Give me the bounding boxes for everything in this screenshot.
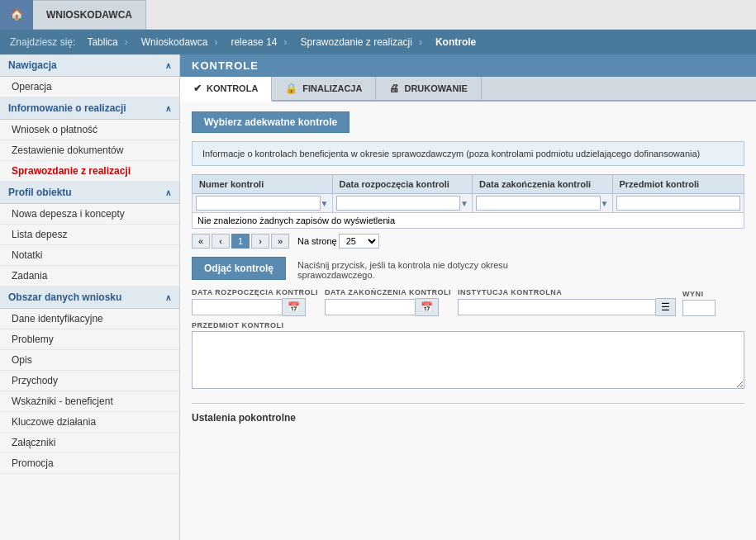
odejac-section: Odjąć kontrolę Naciśnij przycisk, jeśli …: [192, 257, 744, 280]
pagination: « ‹ 1 › » Na stronę 25 10 50 100: [192, 234, 744, 249]
tab-drukowanie[interactable]: 🖨 DRUKOWANIE: [376, 77, 481, 100]
filter-data-zak-btn[interactable]: ▼: [601, 199, 609, 208]
input-data-zakonczenia[interactable]: [325, 299, 416, 315]
input-wyniki[interactable]: [682, 300, 716, 316]
check-icon: ✔: [193, 83, 202, 94]
label-data-zakonczenia: DATA ZAKOŃCZENIA KONTROLI: [325, 288, 451, 296]
controls-table: Numer kontroli Data rozpoczęcia kontroli…: [192, 174, 744, 229]
input-wrap-instytucja: ☰: [458, 298, 676, 316]
input-instytucja[interactable]: [458, 299, 656, 315]
sidebar-item-operacja[interactable]: Operacja: [0, 77, 179, 97]
page-current-button[interactable]: 1: [231, 234, 250, 249]
label-przedmiot: PRZEDMIOT KONTROLI: [192, 321, 744, 329]
main-layout: Nawigacja ∧ Operacja Informowanie o real…: [0, 54, 756, 540]
filter-numer-btn[interactable]: ▼: [321, 199, 329, 208]
sidebar-item-lista-depesz[interactable]: Lista depesz: [0, 225, 179, 245]
field-data-rozpoczecia: DATA ROZPOCZĘCIA KONTROLI 📅: [192, 288, 318, 316]
filter-data-rozp: ▼: [332, 194, 473, 213]
input-wrap-data-zak: 📅: [325, 298, 451, 316]
home-icon: 🏠: [10, 8, 24, 21]
sidebar-item-zadania[interactable]: Zadania: [0, 266, 179, 287]
breadcrumb-kontrole[interactable]: Kontrole: [429, 36, 489, 48]
content-body: Wybierz adekwatne kontrole Informacje o …: [180, 102, 756, 433]
label-data-rozpoczecia: DATA ROZPOCZĘCIA KONTROLI: [192, 288, 318, 296]
field-wyniki: WYNI: [682, 290, 716, 316]
wnioskodawca-button[interactable]: WNIOSKODAWCA: [33, 0, 146, 30]
odejac-kontrole-button[interactable]: Odjąć kontrolę: [192, 257, 286, 280]
chevron-up-icon: ∧: [165, 61, 171, 70]
top-bar: 🏠 WNIOSKODAWCA: [0, 0, 756, 30]
breadcrumb-tablica[interactable]: Tablica: [80, 36, 134, 48]
col-numer-kontroli: Numer kontroli: [193, 175, 333, 194]
col-data-rozpoczecia: Data rozpoczęcia kontroli: [332, 175, 473, 194]
sidebar: Nawigacja ∧ Operacja Informowanie o real…: [0, 54, 180, 540]
chevron-up-icon-4: ∧: [165, 293, 171, 302]
breadcrumb: Znajdziesz się: Tablica Wnioskodawca rel…: [0, 30, 756, 54]
odejac-note: Naciśnij przycisk, jeśli ta kontrola nie…: [297, 257, 587, 280]
sidebar-section-profil[interactable]: Profil obiektu ∧: [0, 182, 179, 204]
sidebar-item-wniosek[interactable]: Wniosek o płatność: [0, 120, 179, 140]
sidebar-item-przychody[interactable]: Przychody: [0, 371, 179, 391]
form-grid: DATA ROZPOCZĘCIA KONTROLI 📅 DATA ZAKOŃCZ…: [192, 288, 744, 316]
sidebar-item-notatki[interactable]: Notatki: [0, 245, 179, 266]
sidebar-item-opis[interactable]: Opis: [0, 350, 179, 371]
sidebar-section-nawigacja[interactable]: Nawigacja ∧: [0, 54, 179, 77]
sidebar-item-promocja[interactable]: Promocja: [0, 453, 179, 474]
field-data-zakonczenia: DATA ZAKOŃCZENIA KONTROLI 📅: [325, 288, 451, 316]
lock-icon: 🔒: [285, 83, 297, 94]
input-data-rozpoczecia[interactable]: [192, 299, 283, 315]
breadcrumb-release[interactable]: release 14: [224, 36, 293, 48]
chevron-up-icon-3: ∧: [165, 188, 171, 197]
breadcrumb-wnioskodawca[interactable]: Wnioskodawca: [135, 36, 225, 48]
tab-kontrola[interactable]: ✔ KONTROLA: [180, 77, 272, 102]
breadcrumb-prefix: Znajdziesz się:: [10, 36, 75, 48]
sidebar-item-wskazniki[interactable]: Wskaźniki - beneficjent: [0, 391, 179, 412]
filter-numer: ▼: [193, 194, 333, 213]
label-wyniki: WYNI: [682, 290, 716, 298]
textarea-przedmiot[interactable]: [192, 331, 744, 389]
filter-numer-input[interactable]: [196, 196, 321, 211]
filter-data-zak-input[interactable]: [476, 196, 601, 211]
page-prev-button[interactable]: ‹: [212, 234, 230, 249]
tab-finalizacja[interactable]: 🔒 FINALIZACJA: [272, 77, 376, 100]
sidebar-item-sprawozdanie[interactable]: Sprawozdanie z realizacji: [0, 161, 179, 182]
przedmiot-section: PRZEDMIOT KONTROLI: [192, 321, 744, 391]
no-records: Nie znaleziono żadnych zapisów do wyświe…: [193, 213, 744, 229]
calendar-icon-zak[interactable]: 📅: [416, 298, 439, 316]
sidebar-section-informowanie[interactable]: Informowanie o realizacji ∧: [0, 97, 179, 120]
filter-data-rozp-btn[interactable]: ▼: [460, 199, 468, 208]
home-button[interactable]: 🏠: [0, 0, 33, 30]
input-wrap-wyniki: [682, 300, 716, 316]
page-next-button[interactable]: ›: [251, 234, 269, 249]
page-first-button[interactable]: «: [192, 234, 210, 249]
tab-bar: ✔ KONTROLA 🔒 FINALIZACJA 🖨 DRUKOWANIE: [180, 77, 756, 102]
chevron-up-icon-2: ∧: [165, 104, 171, 113]
ustalenia-header: Ustalenia pokontrolne: [192, 403, 744, 424]
col-przedmiot: Przedmiot kontroli: [612, 175, 744, 194]
content-area: KONTROLE ✔ KONTROLA 🔒 FINALIZACJA 🖨 DRUK…: [180, 54, 756, 540]
info-box: Informacje o kontrolach beneficjenta w o…: [192, 141, 744, 166]
sidebar-item-zestawienie[interactable]: Zestawienie dokumentów: [0, 140, 179, 161]
page-last-button[interactable]: »: [271, 234, 289, 249]
sidebar-item-zalaczniki[interactable]: Załączniki: [0, 433, 179, 453]
filter-data-rozp-input[interactable]: [336, 196, 461, 211]
per-page-select[interactable]: 25 10 50 100: [339, 234, 379, 249]
calendar-icon-rozp[interactable]: 📅: [283, 298, 306, 316]
sidebar-item-problemy[interactable]: Problemy: [0, 329, 179, 350]
page-title: KONTROLE: [180, 54, 756, 77]
filter-data-zak: ▼: [473, 194, 613, 213]
list-icon-instytucja[interactable]: ☰: [656, 298, 676, 316]
sidebar-item-dane-identyfikacyjne[interactable]: Dane identyfikacyjne: [0, 309, 179, 329]
sidebar-item-kluczowe[interactable]: Kluczowe działania: [0, 412, 179, 433]
sidebar-item-nowa-depesza[interactable]: Nowa depesza i koncepty: [0, 204, 179, 225]
na-strone-label: Na stronę: [297, 236, 337, 246]
field-instytucja: INSTYTUCJA KONTROLNA ☰: [458, 288, 676, 316]
label-instytucja: INSTYTUCJA KONTROLNA: [458, 288, 676, 296]
filter-przedmiot-input[interactable]: [616, 196, 741, 211]
printer-icon: 🖨: [389, 83, 399, 94]
sidebar-section-obszar[interactable]: Obszar danych wniosku ∧: [0, 287, 179, 309]
choose-controls-button[interactable]: Wybierz adekwatne kontrole: [192, 111, 349, 133]
col-data-zakonczenia: Data zakończenia kontroli: [473, 175, 613, 194]
input-wrap-data-rozp: 📅: [192, 298, 318, 316]
breadcrumb-sprawozdanie[interactable]: Sprawozdanie z realizacji: [293, 36, 428, 48]
